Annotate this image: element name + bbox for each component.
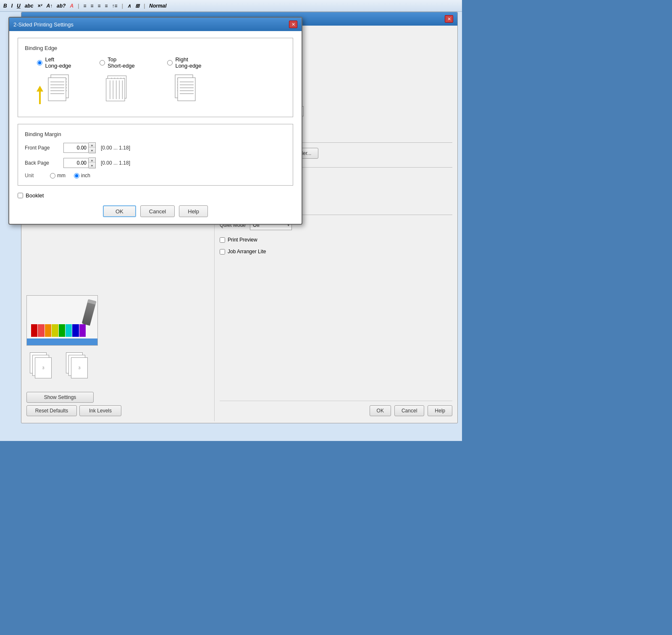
two-sided-dialog: 2-Sided Printing Settings ✕ Binding Edge… (8, 17, 302, 225)
two-sided-dialog-title: 2-Sided Printing Settings (13, 21, 74, 28)
toolbar-align-center[interactable]: ≡ (89, 3, 95, 9)
booklet-checkbox-row[interactable]: Booklet (18, 192, 293, 199)
app-background: B I U abc ×² A↑ ab? A | ≡ ≡ ≡ ≡ ↑≡ | ∧ ⊞… (0, 0, 462, 441)
front-page-label: Front Page (25, 145, 58, 151)
arrow-up-icon (37, 86, 43, 92)
two-sided-dialog-close-btn[interactable]: ✕ (289, 21, 297, 28)
back-page-spinner[interactable]: ▲ ▼ (89, 157, 96, 168)
toolbar-divider1: | (76, 3, 81, 9)
back-page-label: Back Page (25, 160, 58, 166)
bg-dialog-ok-button[interactable]: OK (370, 405, 391, 416)
back-page-margin-row: Back Page 0.00 ▲ ▼ [0.00 ... 1.18] (25, 157, 286, 168)
bg-dialog-cancel-button[interactable]: Cancel (394, 405, 424, 416)
two-sided-help-button[interactable]: Help (179, 205, 208, 217)
toolbar-justify[interactable]: ≡ (103, 3, 109, 9)
print-preview-checkbox[interactable] (220, 237, 225, 243)
toolbar-style: Normal (147, 3, 168, 9)
two-sided-cancel-button[interactable]: Cancel (140, 205, 175, 217)
back-page-input-wrapper[interactable]: 0.00 ▲ ▼ (63, 157, 96, 168)
toolbar-underline[interactable]: U (15, 3, 22, 9)
ink-preview-area (26, 295, 98, 346)
binding-margin-title: Binding Margin (25, 131, 286, 137)
two-sided-dialog-titlebar: 2-Sided Printing Settings ✕ (9, 18, 302, 31)
toolbar-strikethrough[interactable]: abc (23, 3, 35, 9)
back-page-spin-dn[interactable]: ▼ (89, 163, 95, 168)
toolbar-bold[interactable]: B (2, 3, 9, 9)
top-binding-page-svg (105, 73, 130, 104)
toolbar-strip: B I U abc ×² A↑ ab? A | ≡ ≡ ≡ ≡ ↑≡ | ∧ ⊞… (0, 0, 462, 12)
binding-right-label-row: Right Long-edge (167, 56, 201, 69)
binding-left-radio[interactable] (37, 60, 42, 66)
binding-top-icon (102, 71, 132, 105)
toolbar-divider2: | (120, 3, 125, 9)
unit-section: Unit mm inch (25, 173, 286, 178)
binding-top-label1: Top (108, 56, 134, 63)
unit-inch-radio[interactable] (74, 173, 79, 178)
left-binding-page-svg (47, 73, 72, 104)
toolbar-highlight[interactable]: ∧ (126, 3, 133, 9)
front-page-range: [0.00 ... 1.18] (101, 145, 130, 151)
binding-left-icon (39, 71, 69, 105)
job-arranger-checkbox-row[interactable]: Job Arranger Lite (220, 249, 452, 255)
two-sided-dialog-body: Binding Edge Left Long-edge (9, 31, 302, 224)
toolbar-font-color[interactable]: A (68, 3, 75, 9)
binding-left-option[interactable]: Left Long-edge (25, 56, 84, 105)
two-sided-ok-button[interactable]: OK (103, 205, 136, 217)
back-page-range: [0.00 ... 1.18] (101, 160, 130, 166)
job-arranger-checkbox[interactable] (220, 249, 225, 255)
front-page-input[interactable]: 0.00 (63, 143, 89, 153)
toolbar-divider3: | (142, 3, 147, 9)
toolbar-align-left[interactable]: ≡ (81, 3, 88, 9)
bg-dialog-help-button[interactable]: Help (428, 405, 452, 416)
binding-right-option[interactable]: Right Long-edge (151, 56, 218, 105)
reset-defaults-button[interactable]: Reset Defaults (26, 405, 77, 416)
svg-rect-30 (178, 78, 195, 101)
unit-mm-option[interactable]: mm (50, 173, 66, 178)
two-sided-dialog-action-buttons: OK Cancel Help (18, 205, 293, 217)
show-settings-button[interactable]: Show Settings (26, 392, 94, 403)
unit-mm-radio[interactable] (50, 173, 55, 178)
toolbar-font-size[interactable]: A↑ (45, 3, 54, 9)
toolbar-table[interactable]: ⊞ (134, 3, 141, 9)
booklet-checkbox[interactable] (18, 193, 23, 198)
toolbar-spacing[interactable]: ↑≡ (110, 3, 119, 9)
svg-rect-6 (48, 78, 66, 101)
unit-inch-label: inch (81, 173, 90, 178)
toolbar-ab[interactable]: ab? (55, 3, 67, 9)
back-page-input[interactable]: 0.00 (63, 158, 89, 168)
binding-edge-title: Binding Edge (25, 45, 286, 51)
front-page-input-wrapper[interactable]: 0.00 ▲ ▼ (63, 142, 96, 153)
job-arranger-label: Job Arranger Lite (228, 249, 266, 255)
front-page-spinner[interactable]: ▲ ▼ (89, 142, 96, 153)
svg-rect-18 (106, 78, 125, 101)
binding-top-option[interactable]: Top Short-edge (84, 56, 151, 105)
binding-left-label-row: Left Long-edge (37, 56, 71, 69)
toolbar-align-right[interactable]: ≡ (96, 3, 102, 9)
binding-left-label1: Left (45, 56, 71, 63)
right-binding-page-svg (172, 73, 197, 104)
unit-mm-label: mm (57, 173, 66, 178)
front-page-spin-up[interactable]: ▲ (89, 143, 95, 148)
back-page-spin-up[interactable]: ▲ (89, 158, 95, 163)
binding-right-radio[interactable] (167, 60, 173, 66)
binding-top-label2: Short-edge (108, 63, 134, 69)
print-preview-checkbox-row[interactable]: Print Preview (220, 237, 452, 243)
front-page-margin-row: Front Page 0.00 ▲ ▼ [0.00 ... 1.18] (25, 142, 286, 153)
front-page-spin-dn[interactable]: ▼ (89, 148, 95, 153)
binding-edge-options: Left Long-edge (25, 56, 286, 105)
unit-inch-option[interactable]: inch (74, 173, 90, 178)
binding-left-label2: Long-edge (45, 63, 71, 69)
binding-right-icon (170, 71, 199, 105)
collate-preview-icons: 1 2 3 1 (26, 352, 209, 382)
toolbar-superscript[interactable]: ×² (36, 3, 44, 9)
binding-margin-section: Binding Margin Front Page 0.00 ▲ ▼ [0.00… (18, 124, 293, 186)
binding-top-label-row: Top Short-edge (100, 56, 134, 69)
printer-dialog-close-btn[interactable]: ✕ (445, 15, 453, 23)
booklet-label: Booklet (26, 192, 44, 199)
binding-right-label1: Right (175, 56, 201, 63)
toolbar-italic[interactable]: I (10, 3, 14, 9)
binding-right-label2: Long-edge (175, 63, 201, 69)
binding-edge-section: Binding Edge Left Long-edge (18, 38, 293, 117)
binding-top-radio[interactable] (100, 60, 105, 66)
ink-levels-button[interactable]: Ink Levels (79, 405, 121, 416)
